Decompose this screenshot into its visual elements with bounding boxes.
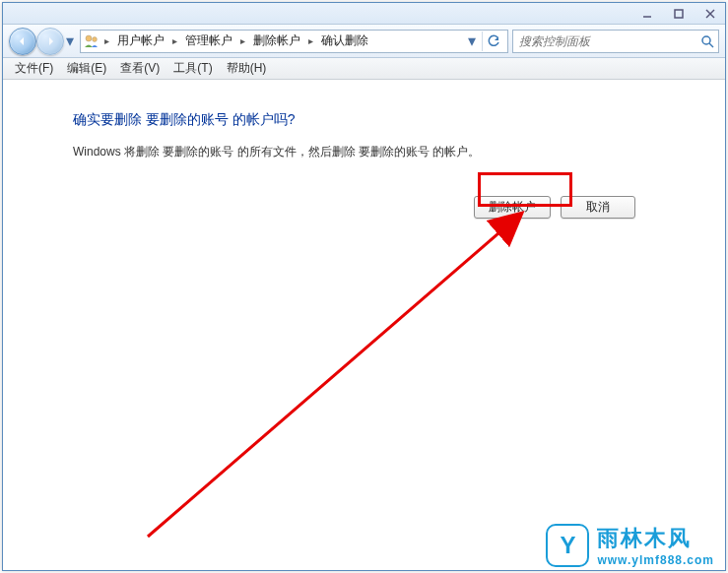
menu-file[interactable]: 文件(F)	[9, 58, 59, 79]
content-area: 确实要删除 要删除的账号 的帐户吗? Windows 将删除 要删除的账号 的所…	[4, 82, 724, 569]
cancel-button[interactable]: 取消	[561, 196, 635, 219]
user-accounts-icon	[83, 33, 100, 49]
svg-point-4	[86, 35, 92, 41]
forward-button[interactable]	[36, 28, 64, 55]
search-box[interactable]	[512, 30, 719, 53]
watermark-badge: Y	[546, 524, 589, 567]
watermark: Y 雨林木风 www.ylmf888.com	[546, 524, 714, 567]
nav-bar: ▾ ▸ 用户帐户 ▸ 管理帐户 ▸ 删除帐户 ▸ 确认删除 ▾	[3, 25, 725, 58]
menu-view[interactable]: 查看(V)	[114, 58, 165, 79]
menu-bar: 文件(F) 编辑(E) 查看(V) 工具(T) 帮助(H)	[3, 58, 725, 80]
page-body-text: Windows 将删除 要删除的账号 的所有文件，然后删除 要删除的账号 的帐户…	[73, 143, 655, 160]
address-bar[interactable]: ▸ 用户帐户 ▸ 管理帐户 ▸ 删除帐户 ▸ 确认删除 ▾	[80, 30, 508, 53]
page-heading: 确实要删除 要删除的账号 的帐户吗?	[73, 111, 655, 129]
titlebar	[3, 3, 725, 25]
maximize-button[interactable]	[668, 6, 690, 22]
search-icon[interactable]	[697, 34, 718, 48]
history-dropdown[interactable]: ▾	[64, 32, 76, 50]
chevron-right-icon: ▸	[170, 35, 179, 46]
breadcrumb-item[interactable]: 用户帐户	[113, 32, 168, 49]
button-row: 删除帐户 取消	[73, 196, 655, 219]
chevron-right-icon: ▸	[306, 35, 315, 46]
breadcrumb-item[interactable]: 管理帐户	[181, 32, 236, 49]
svg-point-5	[93, 36, 98, 41]
close-button[interactable]	[699, 6, 721, 22]
control-panel-window: ▾ ▸ 用户帐户 ▸ 管理帐户 ▸ 删除帐户 ▸ 确认删除 ▾	[2, 2, 726, 571]
svg-rect-1	[675, 10, 683, 18]
chevron-right-icon: ▸	[102, 35, 111, 46]
chevron-right-icon: ▸	[238, 35, 247, 46]
watermark-cn: 雨林木风	[597, 524, 714, 553]
delete-account-button[interactable]: 删除帐户	[474, 196, 551, 219]
minimize-button[interactable]	[636, 6, 658, 22]
menu-edit[interactable]: 编辑(E)	[61, 58, 112, 79]
back-button[interactable]	[9, 28, 36, 55]
menu-help[interactable]: 帮助(H)	[221, 58, 273, 79]
address-dropdown[interactable]: ▾	[466, 32, 478, 50]
search-input[interactable]	[513, 34, 697, 48]
refresh-button[interactable]	[482, 32, 503, 51]
watermark-url: www.ylmf888.com	[597, 553, 714, 567]
breadcrumb-item[interactable]: 删除帐户	[249, 32, 304, 49]
breadcrumb-item[interactable]: 确认删除	[317, 32, 372, 49]
nav-back-forward: ▾	[9, 28, 76, 55]
svg-point-6	[702, 36, 710, 44]
svg-line-7	[709, 43, 713, 47]
watermark-text: 雨林木风 www.ylmf888.com	[597, 524, 714, 567]
watermark-badge-letter: Y	[560, 532, 575, 559]
menu-tools[interactable]: 工具(T)	[167, 58, 218, 79]
